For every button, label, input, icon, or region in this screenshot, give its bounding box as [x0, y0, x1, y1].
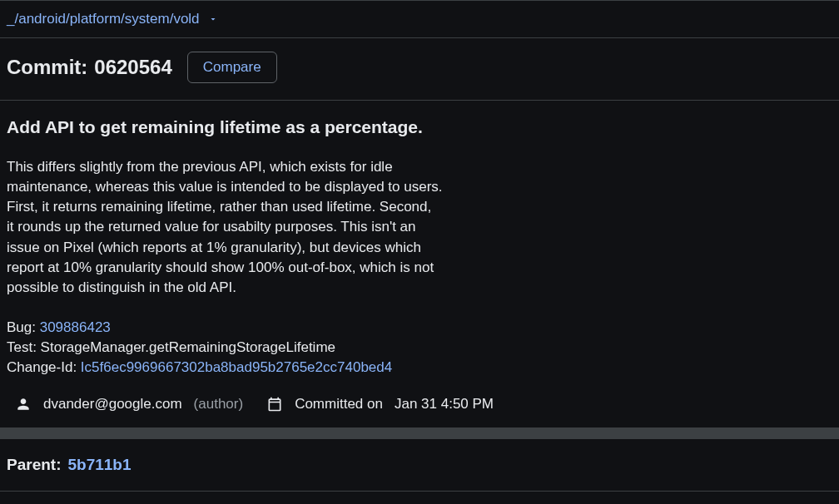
commit-body: Add API to get remaining lifetime as a p… [0, 101, 839, 393]
compare-button[interactable]: Compare [187, 52, 277, 83]
commit-label-text: Commit: [7, 56, 87, 79]
commit-message: This differs slightly from the previous … [7, 157, 832, 378]
breadcrumb-part-android[interactable]: android [18, 11, 66, 27]
author-email: dvander@google.com [43, 396, 182, 413]
breadcrumb-part-platform[interactable]: platform [70, 11, 121, 27]
bug-link[interactable]: 309886423 [40, 319, 111, 335]
bug-label: Bug: [7, 319, 40, 335]
breadcrumb[interactable]: _ / android / platform / system / vold [7, 11, 200, 27]
changeid-label: Change-Id: [7, 359, 81, 375]
calendar-icon [266, 396, 283, 413]
changeid-link[interactable]: Ic5f6ec9969667302ba8bad95b2765e2cc740bed… [81, 359, 392, 375]
committed-label: Committed on [295, 396, 383, 413]
section-divider [0, 427, 839, 439]
commit-label: Commit: 0620564 [7, 56, 172, 79]
breadcrumb-bar: _ / android / platform / system / vold [0, 1, 839, 37]
commit-message-body: This differs slightly from the previous … [7, 159, 443, 295]
parent-label: Parent: [7, 456, 61, 474]
breadcrumb-dropdown-icon[interactable] [208, 14, 218, 24]
breadcrumb-underscore: _ [7, 11, 14, 27]
commit-hash: 0620564 [94, 56, 171, 79]
test-line: Test: StorageManager.getRemainingStorage… [7, 339, 335, 355]
commit-title: Add API to get remaining lifetime as a p… [7, 117, 832, 137]
author-role-label: (author) [194, 396, 244, 413]
person-icon [15, 396, 32, 413]
commit-header-row: Commit: 0620564 Compare [0, 38, 839, 100]
parent-row: Parent: 5b711b1 [0, 439, 839, 491]
parent-hash-link[interactable]: 5b711b1 [67, 456, 131, 474]
divider [0, 491, 839, 492]
breadcrumb-part-system[interactable]: system [125, 11, 170, 27]
breadcrumb-part-vold[interactable]: vold [173, 11, 199, 27]
metadata-row: dvander@google.com (author) Committed on… [0, 393, 839, 427]
committed-date: Jan 31 4:50 PM [395, 396, 494, 413]
